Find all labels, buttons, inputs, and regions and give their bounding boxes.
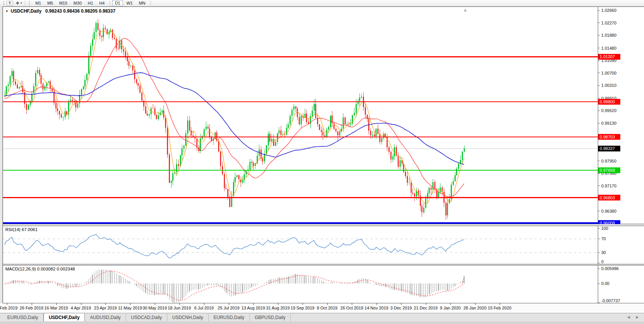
crosshair-style-button[interactable]: ❖ ▾ [15, 0, 23, 6]
svg-text:0.00: 0.00 [601, 281, 609, 286]
svg-text:0.96803: 0.96803 [600, 195, 615, 200]
svg-text:70: 70 [601, 236, 606, 241]
macd-chart[interactable]: 0.0059860.00-0.007737 [0, 265, 644, 303]
date-tick [377, 303, 377, 305]
svg-text:1.00310: 1.00310 [601, 83, 616, 88]
rsi-line [5, 234, 464, 258]
svg-text:30: 30 [601, 250, 606, 255]
date-tick [7, 303, 7, 305]
timeframe-button-w1[interactable]: W1 [124, 0, 136, 6]
svg-text:0.99130: 0.99130 [601, 121, 616, 125]
toolbar-separator [25, 1, 25, 5]
svg-text:0.98337: 0.98337 [600, 146, 615, 151]
date-tick [204, 303, 204, 305]
svg-text:0.96008: 0.96008 [600, 221, 615, 224]
date-tick [401, 303, 401, 305]
toolbar-grip[interactable] [3, 1, 5, 5]
date-tick [352, 303, 352, 305]
date-tick [303, 303, 303, 305]
candlestick-chart[interactable]: 1.026601.022701.018801.014801.010901.007… [0, 7, 644, 224]
date-axis[interactable]: 7 Feb 201926 Feb 201916 Mar 20194 Apr 20… [0, 303, 644, 313]
timeframe-button-h4[interactable]: H4 [97, 0, 107, 6]
svg-text:0.98703: 0.98703 [600, 135, 615, 139]
macd-histogram [6, 269, 464, 303]
date-label: 26 Feb 2019 [20, 306, 44, 310]
date-label: 18 Jun 2019 [168, 306, 191, 310]
tab-scroll-buttons: ◀ ▶ [627, 315, 639, 319]
date-tick [426, 303, 426, 305]
date-tick [278, 303, 278, 305]
crosshair-icon: ❖ [16, 1, 19, 5]
svg-text:0.99520: 0.99520 [601, 108, 616, 113]
date-label: 26 Oct 2019 [340, 306, 363, 310]
support-resistance-lines [3, 57, 598, 223]
date-label: 15 Feb 2020 [488, 306, 511, 310]
date-label: 19 Sep 2019 [291, 306, 314, 310]
date-label: 9 Jan 2020 [440, 306, 461, 310]
text-tool-icon: T [9, 1, 11, 5]
date-tick [81, 303, 81, 305]
chart-tab-bar: EURUSD,DailyUSDCHF,DailyAUDUSD,DailyUSDC… [0, 313, 644, 321]
date-label: 30 May 2019 [142, 306, 167, 310]
chart-tab-usdcad[interactable]: USDCAD,Daily [126, 314, 167, 321]
macd-indicator-label: MACD(12,26,9) 0.003082 0.002348 [5, 267, 75, 271]
date-label: 3 Dec 2019 [390, 306, 412, 310]
chart-tab-eurusd[interactable]: EURUSD,Daily [209, 314, 250, 321]
date-tick [475, 303, 476, 305]
timeframe-buttons: M1M5M15M30H1H4D1W1MN [32, 0, 152, 6]
tab-scroll-left-icon[interactable]: ◀ [627, 315, 630, 319]
svg-text:1.01480: 1.01480 [601, 46, 616, 50]
date-tick [450, 303, 451, 305]
svg-text:1.01880: 1.01880 [601, 33, 616, 37]
svg-text:0.97658: 0.97658 [600, 168, 615, 173]
date-label: 23 Apr 2019 [94, 306, 117, 310]
rsi-chart[interactable]: 10070300 [0, 226, 644, 264]
chart-shift-marker [464, 9, 467, 11]
date-label: 6 Jul 2019 [194, 306, 214, 310]
svg-text:1.00700: 1.00700 [601, 71, 616, 75]
svg-text:0.99800: 0.99800 [600, 99, 615, 104]
date-label: 4 Apr 2019 [71, 306, 91, 310]
date-tick [155, 303, 155, 305]
candles-layer [4, 19, 465, 220]
svg-text:100: 100 [601, 226, 608, 231]
text-tool-button[interactable]: T [6, 1, 13, 6]
chart-ohlc-values: 0.98243 0.98436 0.98205 0.98337 [45, 8, 116, 14]
date-tick [500, 303, 500, 305]
svg-text:0: 0 [601, 259, 604, 264]
rsi-axis: 10070300 [598, 226, 608, 264]
collapse-chart-icon[interactable]: ▼ [5, 10, 8, 13]
date-label: 7 Feb 2019 [0, 306, 18, 310]
date-tick [130, 303, 131, 305]
chart-tab-audusd[interactable]: AUDUSD,Daily [85, 314, 126, 321]
toolbar-grip[interactable] [29, 1, 30, 5]
timeframe-button-m1[interactable]: M1 [32, 0, 44, 6]
chart-tab-eurusd[interactable]: EURUSD,Daily [2, 314, 44, 321]
timeframe-button-d1[interactable]: D1 [112, 0, 123, 6]
macd-axis: 0.0059860.00-0.007737 [598, 265, 620, 303]
tab-scroll-right-icon[interactable]: ▶ [636, 315, 639, 319]
timeframe-button-mn[interactable]: MN [136, 0, 148, 6]
date-label: 11 May 2019 [118, 306, 142, 310]
window-bottom-edge [0, 321, 644, 324]
toolbar-separator [110, 1, 110, 5]
svg-text:0.97950: 0.97950 [601, 159, 616, 163]
date-label: 25 Jul 2019 [218, 306, 239, 310]
date-tick [56, 303, 57, 305]
date-tick [180, 303, 180, 305]
date-tick [105, 303, 106, 305]
chart-tab-gbpusd[interactable]: GBPUSD,Daily [250, 314, 291, 321]
chart-tab-usdcnh[interactable]: USDCNH,Daily [167, 314, 209, 321]
svg-text:0.005986: 0.005986 [601, 266, 619, 271]
chart-title: ▼ USDCHF,Daily 0.98243 0.98436 0.98205 0… [5, 8, 115, 14]
timeframe-button-m30[interactable]: M30 [71, 0, 84, 6]
date-label: 14 Nov 2019 [364, 306, 388, 310]
toolbar-separator [150, 1, 151, 5]
svg-text:1.02270: 1.02270 [601, 21, 616, 25]
rsi-level-lines [3, 239, 598, 252]
timeframe-button-m5[interactable]: M5 [45, 0, 56, 6]
date-tick [229, 303, 229, 305]
timeframe-button-h1[interactable]: H1 [85, 0, 96, 6]
timeframe-button-m15[interactable]: M15 [57, 0, 70, 6]
chart-tab-usdchf[interactable]: USDCHF,Daily [44, 313, 85, 321]
